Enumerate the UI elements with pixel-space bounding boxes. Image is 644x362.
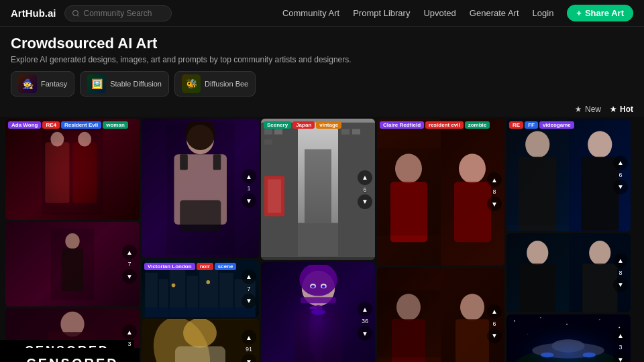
tag-re: RE [509, 121, 523, 129]
card-spaceship[interactable]: ▲ 3 ▼ [506, 314, 631, 362]
tag-vintage: vintage [316, 121, 341, 129]
card-victorian[interactable]: Victorian London noir scene ▲ 7 ▼ [142, 260, 259, 317]
upvote-zombie[interactable]: ▲ [487, 304, 502, 319]
card-purple-hair[interactable]: ▲ 36 ▼ [261, 262, 375, 362]
search-input[interactable] [84, 9, 164, 18]
vote-zombie: ▲ 6 ▼ [487, 304, 502, 343]
gallery-column-4: Claire Redfield resident evil zombie ▲ 8… [377, 119, 504, 362]
sort-bar: New Hot [0, 102, 644, 117]
svg-point-0 [72, 10, 78, 15]
svg-rect-74 [520, 263, 555, 312]
card-blonde[interactable]: ▲ 91 ▼ [142, 319, 259, 362]
tag-japan: Japan [292, 121, 315, 129]
downvote-victorian[interactable]: ▼ [241, 294, 256, 308]
upvote-blonde[interactable]: ▲ [241, 330, 256, 345]
downvote-game[interactable]: ▼ [613, 180, 628, 194]
upvote-purple[interactable]: ▲ [358, 302, 372, 316]
fantasy-thumb: 🧙 [18, 74, 37, 93]
svg-rect-33 [175, 346, 225, 362]
svg-rect-6 [42, 124, 103, 215]
header-left: ArtHub.ai [11, 5, 172, 21]
filter-diffusion-bee[interactable]: 🐝 Diffusion Bee [174, 71, 256, 97]
upvote-space[interactable]: ▲ [613, 328, 628, 343]
japan-tags: Scenery Japan vintage [264, 121, 341, 129]
upvote-claire[interactable]: ▲ [487, 172, 502, 187]
upvote-japan[interactable]: ▲ [358, 170, 372, 185]
card-zombie-action[interactable]: ▲ 6 ▼ [377, 267, 504, 362]
svg-point-61 [459, 154, 486, 183]
upvote-game[interactable]: ▲ [613, 156, 628, 170]
card-tags: Ada Wong RE4 Resident Evil woman [8, 121, 128, 129]
sparkle-icon [574, 105, 582, 113]
card-censored[interactable]: CENSORED ▲ 3 ▼ [5, 308, 140, 362]
card-ada-solo[interactable]: ▲ 7 ▼ [5, 222, 140, 306]
upvote-game2[interactable]: ▲ [613, 253, 628, 268]
svg-rect-42 [298, 223, 338, 257]
tag-ada-wong: Ada Wong [8, 121, 41, 129]
card-ada-wong[interactable]: Ada Wong RE4 Resident Evil woman [5, 119, 140, 220]
tag-noir: noir [197, 263, 213, 270]
downvote-lingerie[interactable]: ▼ [241, 193, 256, 208]
svg-rect-39 [264, 139, 272, 145]
nav-upvoted[interactable]: Upvoted [423, 8, 455, 18]
downvote-space[interactable]: ▼ [613, 352, 628, 362]
card-game-chars-2[interactable]: ▲ 8 ▼ [506, 233, 631, 313]
vote-space: ▲ 3 ▼ [613, 328, 628, 362]
sort-new-button[interactable]: New [574, 105, 601, 114]
svg-rect-40 [341, 129, 350, 135]
sort-hot-button[interactable]: Hot [609, 105, 633, 114]
search-bar[interactable] [64, 5, 172, 21]
censored-overlay: CENSORED [5, 348, 140, 362]
login-button[interactable]: Login [533, 8, 554, 18]
vote-game2: ▲ 8 ▼ [613, 253, 628, 292]
gallery: Ada Wong RE4 Resident Evil woman [0, 117, 644, 362]
filter-fantasy[interactable]: 🧙 Fantasy [11, 71, 74, 97]
nav-generate-art[interactable]: Generate Art [470, 8, 519, 18]
vote-count-claire: 8 [492, 188, 496, 195]
card-lingerie[interactable]: ▲ 1 ▼ [142, 119, 259, 258]
nav-prompt-library[interactable]: Prompt Library [353, 8, 410, 18]
tag-resident-evil: Resident Evil [61, 121, 101, 129]
svg-rect-60 [377, 148, 441, 235]
upvote-lingerie[interactable]: ▲ [241, 169, 256, 184]
svg-rect-38 [274, 129, 282, 135]
vote-count-purple: 36 [362, 318, 368, 324]
search-icon [72, 9, 80, 17]
vote-japan: ▲ 6 ▼ [358, 170, 372, 209]
downvote-button[interactable]: ▼ [122, 269, 137, 284]
downvote-purple[interactable]: ▼ [358, 326, 372, 341]
downvote-game2[interactable]: ▼ [613, 278, 628, 292]
tag-woman: woman [103, 121, 128, 129]
upvote-victorian[interactable]: ▲ [241, 269, 256, 284]
downvote-zombie[interactable]: ▼ [487, 328, 502, 343]
share-art-button[interactable]: + Share Art [567, 5, 633, 21]
vote-count-japan: 6 [363, 186, 366, 193]
upvote-button[interactable]: ▲ [122, 245, 137, 259]
svg-rect-70 [506, 124, 569, 225]
svg-rect-37 [264, 129, 272, 135]
upvote-button-censored[interactable]: ▲ [122, 324, 137, 339]
svg-rect-9 [51, 229, 94, 300]
svg-rect-89 [508, 314, 629, 362]
card-japan-alley[interactable]: Scenery Japan vintage ▲ 6 ▼ [261, 119, 375, 260]
downvote-claire[interactable]: ▼ [487, 196, 502, 211]
downvote-japan[interactable]: ▼ [358, 194, 372, 209]
game-tags: RE FF videogame [509, 121, 574, 129]
vote-game: ▲ 6 ▼ [613, 156, 628, 194]
page-title: Crowdsourced AI Art [11, 35, 633, 52]
tag-zombie: zombie [465, 121, 490, 129]
svg-rect-62 [454, 182, 491, 242]
diffusion-bee-label: Diffusion Bee [205, 80, 248, 88]
card-game-chars[interactable]: RE FF videogame ▲ 6 ▼ [506, 119, 631, 231]
svg-rect-65 [377, 290, 441, 357]
vote-count-lingerie: 1 [247, 185, 250, 192]
svg-point-71 [588, 131, 612, 158]
nav-community-art[interactable]: Community Art [282, 8, 339, 18]
tag-ff: FF [525, 121, 538, 129]
tag-victorian: Victorian London [144, 263, 195, 270]
plus-icon: + [576, 8, 582, 18]
filter-stable-diffusion[interactable]: 🖼️ Stable Diffusion [80, 71, 169, 97]
downvote-blonde[interactable]: ▼ [241, 354, 256, 362]
card-claire-multi[interactable]: Claire Redfield resident evil zombie ▲ 8… [377, 119, 504, 265]
svg-rect-45 [305, 149, 331, 223]
